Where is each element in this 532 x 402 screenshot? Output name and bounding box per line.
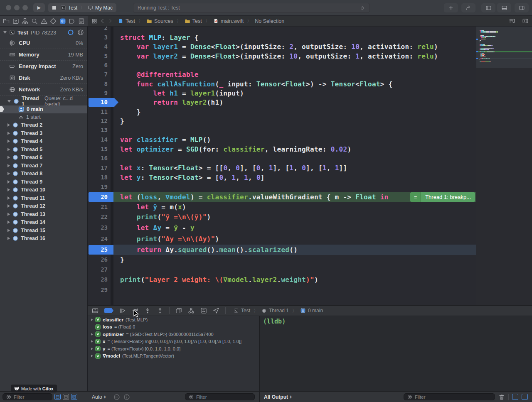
quicklook-icon[interactable] — [123, 394, 130, 400]
toggle-inspectors-button[interactable] — [515, 3, 529, 12]
disclosure-triangle-icon[interactable] — [7, 221, 10, 224]
code-line-19[interactable] — [113, 182, 476, 192]
gauge-row-disk[interactable]: DiskZero KB/s — [0, 72, 87, 84]
close-window-button[interactable] — [6, 5, 11, 10]
forward-button[interactable] — [461, 3, 475, 12]
gauge-row-network[interactable]: NetworkZero KB/s — [0, 84, 87, 96]
line-number[interactable]: 11 — [91, 107, 108, 116]
source-editor[interactable]: 2345678910111213141516171819202122232425… — [88, 27, 532, 305]
step-out-icon[interactable] — [157, 307, 163, 314]
code-line-20[interactable]: let (loss, ∇model) = classifier.valueWit… — [113, 192, 476, 202]
disclosure-triangle-icon[interactable] — [91, 340, 93, 343]
disclosure-triangle-icon[interactable] — [7, 237, 10, 240]
thread-row[interactable]: Thread 15 — [0, 226, 87, 235]
disclosure-triangle-icon[interactable] — [7, 180, 10, 184]
code-line-6[interactable] — [113, 61, 476, 70]
line-number[interactable]: 26 — [91, 255, 108, 265]
code-line-16[interactable] — [113, 154, 476, 163]
navigator-tab-tests-icon[interactable] — [50, 18, 57, 25]
disclosure-triangle-icon[interactable] — [91, 355, 93, 357]
code-line-24[interactable]: print("Δy =\n\(Δy)") — [113, 233, 476, 245]
stack-frame-1[interactable]: 1 start — [0, 113, 87, 121]
disclosure-triangle-icon[interactable] — [7, 172, 10, 175]
jumpbar-item[interactable]: Test — [118, 18, 135, 24]
line-number[interactable]: 15 — [91, 145, 108, 154]
debug-breadcrumb-item[interactable]: Thread 1 — [261, 308, 289, 314]
hide-debug-area-icon[interactable] — [92, 307, 99, 314]
disclosure-triangle-icon[interactable] — [3, 31, 7, 34]
thread-row[interactable]: Thread 9 — [0, 178, 87, 186]
line-number[interactable]: 25 — [91, 245, 108, 255]
step-into-icon[interactable] — [144, 307, 151, 314]
line-number[interactable]: 5 — [91, 51, 108, 61]
code-line-9[interactable]: let h1 = layer1(input) — [113, 88, 476, 98]
line-number[interactable]: 2 — [91, 27, 108, 33]
code-line-18[interactable]: let y: Tensor<Float> = [0, 1, 1, 0] — [113, 173, 476, 182]
traffic-lights[interactable] — [6, 5, 31, 12]
zoom-window-button[interactable] — [22, 5, 28, 10]
disclosure-triangle-icon[interactable] — [7, 229, 10, 232]
console-filter[interactable] — [404, 393, 495, 400]
code-line-17[interactable]: let x: Tensor<Float> = [[0, 0], [0, 1], … — [113, 163, 476, 173]
line-number[interactable]: 12 — [91, 116, 108, 125]
navigator-tab-symbols-icon[interactable] — [22, 18, 28, 25]
line-number[interactable]: 13 — [91, 125, 108, 135]
disclosure-triangle-icon[interactable] — [7, 196, 10, 200]
navigator-tab-debug-icon[interactable] — [59, 18, 66, 25]
code-line-8[interactable]: func callAsFunction(_ input: Tensor<Floa… — [113, 79, 476, 88]
line-number[interactable]: 4 — [91, 42, 108, 51]
thread-1-row[interactable]: Thread 1 Queue: c...d (serial) — [0, 97, 87, 105]
thread-row[interactable]: Thread 3 — [0, 129, 87, 137]
navigator-tab-breakpoints-icon[interactable] — [69, 18, 75, 25]
gauge-row-cpu[interactable]: CPU0% — [0, 37, 87, 49]
variable-row-y[interactable]: y= (Tensor<Float>) [0.0, 1.0, 1.0, 0.0] — [88, 345, 259, 353]
disclosure-triangle-icon[interactable] — [91, 348, 93, 350]
toggle-debug-area-button[interactable] — [497, 3, 511, 12]
thread-row[interactable]: Thread 4 — [0, 137, 87, 146]
variables-filter-input[interactable] — [196, 395, 252, 400]
jumpbar-item[interactable]: main.swift — [213, 18, 244, 24]
show-console-icon[interactable] — [522, 394, 528, 400]
navigator-tab-issues-icon[interactable] — [41, 18, 47, 25]
disclosure-triangle-icon[interactable] — [7, 156, 10, 159]
jumpbar-item[interactable]: Test — [185, 18, 202, 24]
editor-options-icon[interactable] — [509, 18, 515, 24]
profile-in-instruments-icon[interactable] — [67, 29, 74, 36]
line-number[interactable]: 21 — [91, 202, 108, 212]
go-forward-icon[interactable] — [108, 18, 113, 24]
navigator-tab-find-icon[interactable] — [31, 18, 38, 25]
debug-breadcrumb-item[interactable]: Test — [233, 308, 250, 314]
variables-filter[interactable] — [185, 393, 255, 400]
jumpbar-item[interactable]: Sources — [146, 18, 173, 24]
disclosure-triangle-icon[interactable] — [7, 132, 10, 135]
thread-row[interactable]: Thread 12 — [0, 202, 87, 211]
breakpoint-annotation[interactable]: =Thread 1: breakp... — [410, 192, 475, 202]
disclosure-triangle-icon[interactable] — [7, 123, 10, 127]
line-number[interactable]: 17 — [91, 163, 108, 173]
memory-graph-icon[interactable] — [188, 307, 195, 314]
scheme-selector[interactable]: Test 〉 My Mac — [57, 3, 116, 12]
debug-view-hierarchy-icon[interactable] — [175, 307, 182, 314]
clear-console-icon[interactable] — [498, 394, 505, 400]
variables-scope-popup[interactable]: Auto ▲▼ — [92, 394, 106, 400]
environment-overrides-icon[interactable] — [200, 307, 207, 314]
line-number[interactable]: 3 — [91, 33, 108, 42]
code-line-22[interactable]: print("ŷ =\n\(ŷ)") — [113, 212, 476, 222]
debug-breadcrumb-item[interactable]: 0 main — [300, 308, 323, 314]
continue-icon[interactable] — [119, 307, 126, 314]
disclosure-triangle-icon[interactable] — [7, 204, 10, 208]
line-number[interactable]: 27 — [91, 265, 108, 275]
code-line-2[interactable] — [113, 27, 476, 33]
line-number[interactable]: 29 — [91, 285, 108, 295]
code-line-27[interactable] — [113, 265, 476, 275]
navigator-filter[interactable] — [2, 393, 52, 400]
disclosure-triangle-icon[interactable] — [7, 213, 10, 216]
breakpoints-toggle-icon[interactable] — [104, 308, 113, 313]
navigator-tab-project-icon[interactable] — [3, 18, 10, 25]
thread-row[interactable]: Thread 6 — [0, 154, 87, 162]
thread-row[interactable]: Thread 5 — [0, 145, 87, 154]
variable-row-∇model[interactable]: ∇model(Test.MLP.TangentVector) — [88, 353, 259, 360]
run-button[interactable]: ▶ — [33, 3, 45, 12]
line-number[interactable]: 19 — [91, 182, 108, 192]
console-scope-popup[interactable]: All Output ▲▼ — [264, 394, 292, 400]
